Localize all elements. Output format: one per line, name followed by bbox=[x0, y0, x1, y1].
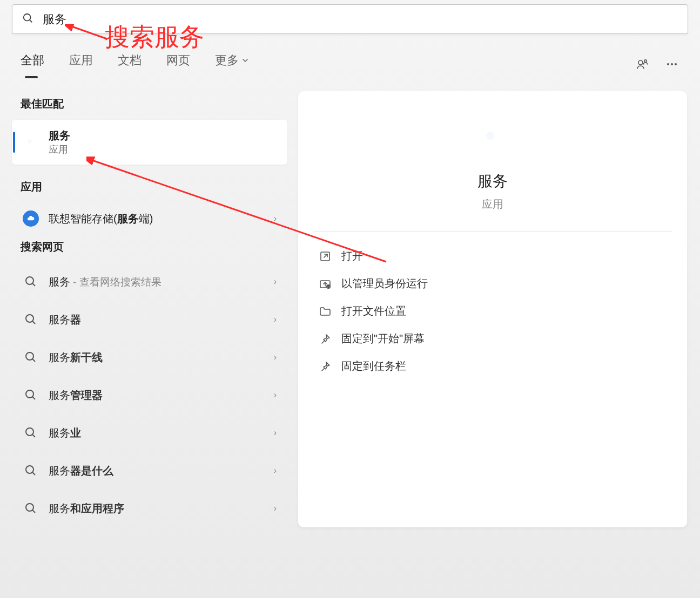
preview-gear-icon bbox=[474, 119, 511, 159]
svg-point-18 bbox=[26, 428, 33, 436]
preview-pane: 服务 应用 打开 以管理员身份运行 打开文件位置 固定到"开始"屏幕 bbox=[298, 91, 687, 527]
chevron-right-icon: › bbox=[274, 214, 277, 223]
folder-icon bbox=[319, 305, 332, 318]
web-prefix: 服务 bbox=[49, 314, 70, 325]
web-result-2[interactable]: 服务新干线 › bbox=[12, 338, 287, 376]
action-open[interactable]: 打开 bbox=[313, 242, 672, 270]
chevron-down-icon bbox=[242, 57, 248, 64]
search-icon bbox=[22, 461, 40, 480]
svg-line-23 bbox=[32, 510, 35, 513]
web-bold: 器是什么 bbox=[70, 465, 113, 477]
svg-line-3 bbox=[30, 19, 32, 22]
chevron-right-icon: › bbox=[274, 504, 277, 513]
svg-point-20 bbox=[26, 466, 33, 473]
svg-point-9 bbox=[675, 63, 677, 65]
app-result-lenovo-storage[interactable]: 联想智能存储(服务端) › bbox=[12, 203, 287, 234]
web-bold: 管理器 bbox=[70, 389, 103, 401]
web-suffix: - 查看网络搜索结果 bbox=[70, 276, 161, 288]
web-prefix: 服务 bbox=[49, 427, 70, 439]
web-result-5[interactable]: 服务器是什么 › bbox=[12, 452, 287, 490]
chevron-right-icon: › bbox=[274, 390, 277, 400]
shield-icon bbox=[319, 277, 332, 290]
svg-point-10 bbox=[26, 277, 33, 284]
web-bold: 业 bbox=[70, 427, 81, 439]
web-prefix: 服务 bbox=[49, 465, 70, 477]
action-pin-start-label: 固定到"开始"屏幕 bbox=[341, 331, 425, 346]
chevron-right-icon: › bbox=[274, 352, 277, 362]
app-item-bold: 服务 bbox=[117, 213, 139, 225]
web-prefix: 服务 bbox=[49, 389, 70, 401]
svg-line-21 bbox=[32, 472, 35, 475]
web-result-3[interactable]: 服务管理器 › bbox=[12, 376, 287, 414]
web-result-4[interactable]: 服务业 › bbox=[12, 414, 287, 452]
best-match-header: 最佳匹配 bbox=[12, 91, 287, 120]
svg-point-7 bbox=[667, 63, 669, 65]
web-header: 搜索网页 bbox=[12, 234, 287, 263]
search-input[interactable] bbox=[43, 12, 678, 26]
search-bar[interactable] bbox=[12, 4, 688, 34]
action-open-label: 打开 bbox=[341, 249, 363, 263]
action-pin-start[interactable]: 固定到"开始"屏幕 bbox=[313, 325, 672, 352]
web-bold: 新干线 bbox=[70, 351, 103, 363]
svg-point-5 bbox=[638, 60, 643, 65]
results-column: 最佳匹配 服务 应用 应用 联想智能存储(服务端) › 搜索网页 bbox=[12, 91, 287, 527]
svg-point-8 bbox=[671, 63, 673, 65]
app-item-suffix: 端) bbox=[139, 213, 153, 225]
pin-icon bbox=[319, 360, 332, 373]
pin-icon bbox=[319, 332, 332, 345]
tab-docs[interactable]: 文档 bbox=[118, 52, 142, 76]
chevron-right-icon: › bbox=[274, 277, 277, 287]
tab-more-label: 更多 bbox=[215, 52, 239, 69]
app-item-prefix: 联想智能存储( bbox=[49, 213, 117, 225]
tab-more[interactable]: 更多 bbox=[215, 52, 248, 76]
svg-point-14 bbox=[26, 352, 33, 360]
search-icon bbox=[22, 348, 40, 366]
svg-line-19 bbox=[32, 434, 35, 437]
svg-line-17 bbox=[32, 397, 35, 399]
action-run-admin[interactable]: 以管理员身份运行 bbox=[313, 270, 672, 297]
web-bold: 器 bbox=[70, 314, 81, 325]
action-pin-taskbar-label: 固定到任务栏 bbox=[341, 359, 406, 373]
web-bold: 和应用程序 bbox=[70, 502, 124, 514]
svg-line-15 bbox=[32, 359, 35, 362]
services-gear-icon bbox=[22, 133, 40, 152]
action-open-location[interactable]: 打开文件位置 bbox=[313, 297, 672, 325]
svg-point-12 bbox=[26, 315, 33, 322]
svg-point-6 bbox=[644, 60, 647, 63]
chevron-right-icon: › bbox=[274, 315, 277, 324]
svg-line-11 bbox=[32, 283, 35, 286]
action-open-location-label: 打开文件位置 bbox=[341, 304, 406, 318]
search-icon bbox=[22, 310, 40, 329]
preview-subtitle: 应用 bbox=[482, 197, 503, 212]
best-match-subtitle: 应用 bbox=[49, 143, 70, 156]
best-match-item[interactable]: 服务 应用 bbox=[12, 120, 287, 165]
open-icon bbox=[319, 250, 332, 263]
filter-tabs: 全部 应用 文档 网页 更多 bbox=[0, 38, 700, 76]
web-prefix: 服务 bbox=[49, 502, 70, 514]
svg-point-16 bbox=[26, 390, 33, 398]
more-options-icon[interactable] bbox=[664, 57, 679, 72]
tab-all[interactable]: 全部 bbox=[21, 52, 44, 76]
best-match-title: 服务 bbox=[49, 128, 70, 143]
web-prefix: 服务 bbox=[49, 351, 70, 363]
search-icon bbox=[22, 424, 40, 442]
web-result-6[interactable]: 服务和应用程序 › bbox=[12, 490, 287, 527]
preview-title: 服务 bbox=[477, 171, 508, 192]
web-prefix: 服务 bbox=[49, 276, 70, 288]
web-result-0[interactable]: 服务 - 查看网络搜索结果 › bbox=[12, 263, 287, 301]
cloud-icon bbox=[22, 209, 40, 228]
search-icon bbox=[22, 386, 40, 404]
tab-apps[interactable]: 应用 bbox=[69, 52, 93, 76]
web-result-1[interactable]: 服务器 › bbox=[12, 301, 287, 338]
action-pin-taskbar[interactable]: 固定到任务栏 bbox=[313, 352, 672, 380]
svg-point-2 bbox=[24, 13, 31, 21]
svg-point-22 bbox=[26, 504, 33, 511]
search-icon bbox=[22, 499, 40, 518]
tab-web[interactable]: 网页 bbox=[166, 52, 190, 76]
apps-header: 应用 bbox=[12, 174, 287, 203]
search-icon bbox=[22, 12, 34, 26]
search-icon bbox=[22, 273, 40, 291]
chevron-right-icon: › bbox=[274, 428, 277, 438]
account-icon[interactable] bbox=[635, 57, 650, 72]
action-run-admin-label: 以管理员身份运行 bbox=[341, 276, 428, 291]
